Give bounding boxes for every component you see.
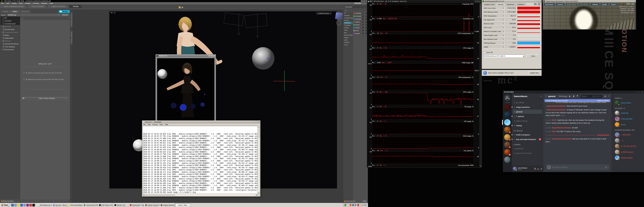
heaven-close-button[interactable]: ✕ <box>634 0 636 2</box>
sensor-name-dropdown[interactable]: VDDC▼ <box>483 45 505 48</box>
mic-muted-icon[interactable] <box>534 168 536 170</box>
notepad-menu-item[interactable]: Edit <box>148 124 150 125</box>
daz-activity-tab[interactable]: Pose & Animate <box>28 5 48 8</box>
task-button[interactable]: MSI Afterburner v4.3... <box>37 204 52 207</box>
notepad-hscrollbar[interactable]: ◀ ▶ <box>142 194 258 196</box>
parameters-group-item[interactable]: All <box>344 12 353 14</box>
member-item[interactable]: Kerns <box>614 122 642 127</box>
parameters-group-item[interactable]: Scale <box>344 29 353 32</box>
server-icon[interactable] <box>504 156 510 163</box>
member-item[interactable]: - X - <box>614 138 642 143</box>
update-now-button[interactable]: Update Now <box>528 71 540 74</box>
emoji-picker-icon[interactable]: ☺ <box>605 166 607 168</box>
notepad-vscrollbar[interactable]: ▲ ▼ <box>258 126 260 194</box>
daz-menu-item[interactable]: Window <box>42 2 47 4</box>
property-group-item[interactable]: ▸ G Progressive Rend... <box>0 31 20 34</box>
parameter-slider[interactable] <box>362 33 367 34</box>
member-item[interactable]: abalanceddiet <box>614 155 642 160</box>
notepad-menu-item[interactable]: File <box>143 124 146 125</box>
message-author[interactable]: ZDG <box>552 119 556 121</box>
sensor-name-dropdown[interactable]: Bus Interface Load▼ <box>483 38 505 41</box>
message-author[interactable]: SuperShermanTanker <box>546 105 566 107</box>
orbit-control[interactable] <box>336 20 341 25</box>
gpu-select-dropdown[interactable]: NVIDIA GeForce GTX 1050 Ti <box>484 54 525 58</box>
tray-icon[interactable] <box>352 204 354 206</box>
heaven-minimize-button[interactable]: _ <box>628 0 630 2</box>
member-item[interactable]: 10 TFLOP OOTBT <box>614 143 642 149</box>
render-window-title-bar[interactable]: DS Render (1/1) _ □ ✕ <box>156 54 216 57</box>
quick-launch-icon[interactable] <box>11 204 14 206</box>
member-item[interactable]: ColossalCake <box>614 116 642 122</box>
viewport-camera-icon[interactable] <box>179 6 181 8</box>
view-cube-gizmo[interactable] <box>335 12 342 20</box>
parameters-group-item[interactable]: Translation <box>344 24 353 26</box>
heaven-toolbar-button[interactable]: Sound <box>609 3 617 6</box>
render-maximize-button[interactable]: □ <box>211 55 213 57</box>
render-button[interactable]: Render <box>59 10 70 13</box>
discord-close-button[interactable]: ✕ <box>642 91 642 93</box>
server-icon[interactable] <box>504 112 510 118</box>
tab-advanced[interactable]: Advanced <box>506 3 516 6</box>
notepad-maximize-button[interactable]: □ <box>256 121 257 123</box>
tab-presets[interactable]: Presets <box>1 10 10 13</box>
property-group-item[interactable]: ▸ G Filtering <box>0 40 20 42</box>
server-icon[interactable]: 1 <box>504 134 510 140</box>
render-close-button[interactable]: ✕ <box>213 55 215 57</box>
tips-button[interactable]: Tips <box>362 200 367 202</box>
server-icon[interactable]: 3 <box>504 127 510 133</box>
parameter-slider-row[interactable]: xRotate <box>353 20 368 24</box>
quick-launch-icon[interactable] <box>29 204 32 206</box>
property-search[interactable] <box>21 17 70 20</box>
parameters-group-item[interactable]: Rotation <box>344 26 353 29</box>
tab-editor[interactable]: Editor <box>11 10 19 13</box>
settings-gear-icon[interactable]: ⚙ <box>540 168 542 170</box>
gpuz-close-button[interactable]: ✕ <box>539 0 541 2</box>
notepad-title-bar[interactable]: log.txt - Notepad _ □ ✕ <box>142 121 260 123</box>
render-minimize-button[interactable]: _ <box>208 55 210 57</box>
channel-item[interactable]: # gn-official <box>513 100 542 105</box>
sensor-name-dropdown[interactable]: Fan Speed (%)▼ <box>483 18 505 22</box>
video-render-settings-button[interactable]: Video: Render Settings <box>26 97 68 100</box>
daz-maximize-button[interactable]: □ <box>363 0 365 2</box>
user-avatar[interactable] <box>513 167 517 171</box>
vertical-pane-tab[interactable]: Render Settings <box>70 12 72 28</box>
notepad-minimize-button[interactable]: _ <box>253 121 255 123</box>
show-sub-items-checkbox[interactable]: Show Sub Items <box>1 200 14 202</box>
heaven-toolbar-button[interactable]: Quality <box>600 3 608 6</box>
engine-dropdown[interactable]: NVIDIA Iray <box>7 14 60 16</box>
task-button[interactable]: 3DLvsIrayHrdwearCha... <box>68 204 82 207</box>
vertical-pane-tab[interactable]: Render Library <box>70 30 72 45</box>
afterburner-minimize-button[interactable]: _ <box>474 0 476 2</box>
sensor-name-dropdown[interactable]: Video Engine Load▼ <box>483 34 505 37</box>
parameters-tab[interactable]: Parameters <box>344 6 368 8</box>
new-messages-bar[interactable]: 1 new message since 6:14 PM MARK AS READ <box>544 99 610 102</box>
parameter-slider[interactable] <box>362 22 367 22</box>
parameters-group-item[interactable]: Mesh Smoothing <box>344 34 353 36</box>
quick-launch-icon[interactable] <box>32 204 35 206</box>
heaven-title-bar[interactable]: Unigine Heaven Benchmark 4.0 Basic (Dire… <box>543 0 636 2</box>
task-button[interactable]: Unigine Heaven Bench... <box>160 204 175 207</box>
parameter-slider-row[interactable]: yRotate <box>353 24 368 26</box>
tab-sensors[interactable]: Sensors <box>496 3 505 6</box>
parameter-slider-row[interactable]: xTranslate <box>353 12 368 15</box>
task-button[interactable]: #general - Discord <box>52 204 67 207</box>
menu-hamburger-icon[interactable] <box>538 3 540 5</box>
parameter-slider[interactable] <box>362 13 367 14</box>
daz-menu-item[interactable]: Render <box>25 2 30 4</box>
afterburner-title-bar[interactable]: MSI Afterburner v4.3.0 hardware monitor … <box>367 0 482 3</box>
property-group-item[interactable]: G Spectral Rendering <box>0 42 20 45</box>
server-header[interactable]: GamersNexus▾ <box>512 94 544 99</box>
sensor-name-dropdown[interactable]: Memory Controller Load▼ <box>483 30 505 33</box>
parameters-group-item[interactable]: Lights <box>344 39 353 41</box>
channel-item[interactable]: # askgn-questions <box>513 105 542 109</box>
show-sub-items-checkbox[interactable]: Show Sub Items <box>344 200 356 202</box>
server-icon[interactable]: 10 <box>504 149 510 156</box>
tray-icon[interactable] <box>344 204 346 206</box>
channel-item[interactable]: # mining <box>513 123 542 128</box>
headphones-icon[interactable] <box>537 168 539 170</box>
property-group-item[interactable]: ▸ G Environment <box>0 48 20 51</box>
chat-scrollbar[interactable] <box>612 94 613 172</box>
property-group-item[interactable]: All <box>0 16 20 20</box>
discord-minimize-button[interactable]: — <box>635 91 636 93</box>
message-list[interactable]: 1 new message since 6:14 PM MARK AS READ… <box>544 99 612 172</box>
